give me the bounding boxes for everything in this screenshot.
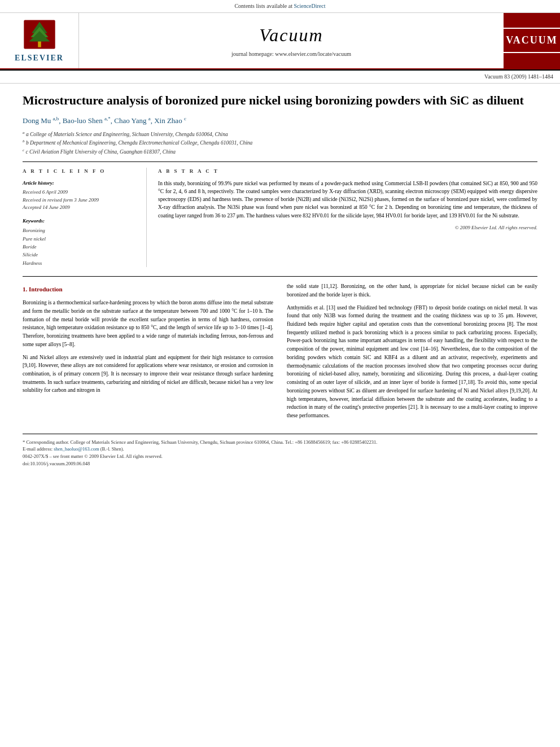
journal-center: Vacuum journal homepage: www.elsevier.co… [79, 13, 504, 68]
journal-badge-container: VACUUM [504, 13, 560, 68]
introduction-heading: 1. Introduction [23, 285, 273, 294]
citation-text: Vacuum 83 (2009) 1481–1484 [484, 73, 553, 80]
copyright-notice: © 2009 Elsevier Ltd. All rights reserved… [158, 224, 537, 231]
journal-title: Vacuum [259, 23, 323, 48]
article-history: Article history: Received 6 April 2009 R… [23, 180, 137, 212]
journal-header: Contents lists available at ScienceDirec… [0, 0, 560, 71]
email-link[interactable]: shen_baoluo@163.com [54, 446, 99, 452]
elsevier-logo-container: ELSEVIER [0, 13, 79, 68]
contents-label: Contents lists available at [234, 3, 292, 9]
article-title: Microstructure analysis of boronized pur… [23, 93, 537, 109]
article-info-column: A R T I C L E I N F O Article history: R… [23, 168, 147, 267]
doi-line: doi:10.1016/j.vacuum.2009.06.048 [23, 460, 537, 468]
body-right-column: the solid state [11,12]. Boronizing, on … [287, 282, 537, 425]
email-suffix: (B.-l. Shen). [100, 446, 124, 452]
keyword-3: Boride [23, 243, 137, 251]
sciencedirect-link[interactable]: ScienceDirect [294, 3, 325, 9]
authors-line: Dong Mu a,b, Bao-luo Shen a,*, Chao Yang… [23, 115, 537, 126]
keywords-label: Keywords: [23, 217, 137, 225]
right-para-1: the solid state [11,12]. Boronizing, on … [287, 282, 537, 299]
revised-date: Received in revised form 3 June 2009 [23, 196, 137, 204]
abstract-label: A B S T R A C T [158, 168, 537, 175]
body-section: 1. Introduction Boronizing is a thermoch… [23, 282, 537, 425]
footer-section: * Corresponding author. College of Mater… [23, 434, 537, 468]
elsevier-wordmark: ELSEVIER [15, 53, 64, 64]
issn-line: 0042-207X/$ – see front matter © 2009 El… [23, 453, 537, 460]
history-label: Article history: [23, 180, 137, 187]
keyword-4: Silicide [23, 251, 137, 259]
received-date: Received 6 April 2009 [23, 189, 137, 196]
corresponding-author-note: * Corresponding author. College of Mater… [23, 439, 537, 446]
main-content: Microstructure analysis of boronized pur… [0, 84, 560, 477]
keywords-section: Keywords: Boronizing Pure nickel Boride … [23, 217, 137, 268]
intro-para-2: Ni and Nickel alloys are extensively use… [23, 353, 273, 395]
affiliations: a a College of Materials Science and Eng… [23, 130, 537, 156]
elsevier-tree-icon [20, 18, 59, 51]
email-label: E-mail address: [23, 446, 53, 452]
intro-para-1: Boronizing is a thermochemical surface-h… [23, 299, 273, 348]
accepted-date: Accepted 14 June 2009 [23, 204, 137, 212]
keywords-list: Boronizing Pure nickel Boride Silicide H… [23, 226, 137, 267]
journal-banner: ELSEVIER Vacuum journal homepage: www.el… [0, 13, 560, 69]
abstract-column: A B S T R A C T In this study, boronizin… [158, 168, 537, 267]
svg-rect-1 [38, 41, 41, 47]
info-abstract-section: A R T I C L E I N F O Article history: R… [23, 168, 537, 267]
journal-top-bar: Contents lists available at ScienceDirec… [0, 0, 560, 13]
citation-bar: Vacuum 83 (2009) 1481–1484 [0, 71, 560, 84]
vacuum-badge: VACUUM [498, 28, 560, 53]
divider-top [23, 161, 537, 162]
keyword-1: Boronizing [23, 226, 137, 234]
keyword-5: Hardness [23, 259, 137, 267]
body-left-column: 1. Introduction Boronizing is a thermoch… [23, 282, 273, 425]
journal-homepage: journal homepage: www.elsevier.com/locat… [231, 50, 351, 58]
right-para-2: Anthymidis et al. [13] used the Fluidize… [287, 304, 537, 420]
article-info-label: A R T I C L E I N F O [23, 168, 137, 175]
email-line: E-mail address: shen_baoluo@163.com (B.-… [23, 445, 537, 453]
abstract-text: In this study, boronizing of 99.9% pure … [158, 180, 537, 220]
keyword-2: Pure nickel [23, 235, 137, 243]
divider-body [23, 276, 537, 277]
